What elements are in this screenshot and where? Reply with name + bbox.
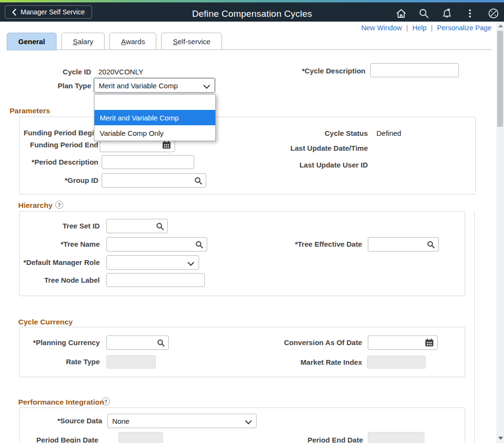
dropdown-option-variable-comp-only[interactable]: Variable Comp Only [94, 125, 215, 141]
rate-type-label: Rate Type [10, 358, 100, 366]
dropdown-option-blank[interactable] [94, 95, 215, 110]
group-id-label: *Group ID [10, 176, 98, 184]
tree-set-id-input[interactable] [106, 219, 168, 233]
tree-effective-date-label: *Tree Effective Date [249, 240, 362, 248]
plan-type-dropdown: Merit and Variable Comp Variable Comp On… [94, 94, 216, 141]
period-begin-date-input-disabled [118, 432, 163, 443]
chevron-down-icon [245, 418, 252, 424]
conversion-as-of-date-label: Conversion As Of Date [249, 338, 362, 347]
planning-currency-label: *Planning Currency [10, 338, 100, 347]
cycle-description-label: *Cycle Description [269, 67, 365, 75]
market-rate-index-label: Market Rate Index [249, 358, 362, 366]
plan-type-label: Plan Type [10, 82, 91, 90]
tree-node-label-label: Tree Node Label [10, 276, 100, 284]
link-separator: | [431, 24, 433, 32]
last-update-datetime-label: Last Update Date/Time [249, 144, 368, 152]
scrollbar-up-arrow[interactable] [498, 24, 503, 27]
tree-set-id-label: Tree Set ID [10, 222, 100, 230]
lookup-icon[interactable] [427, 240, 435, 251]
navbar-button[interactable] [486, 6, 501, 21]
conversion-as-of-date-input[interactable] [368, 335, 438, 350]
planning-currency-input[interactable] [106, 335, 169, 350]
home-icon [395, 8, 407, 19]
market-rate-index-input-disabled [367, 356, 426, 369]
new-window-link[interactable]: New Window [361, 24, 402, 32]
cycle-currency-groupbox [19, 327, 465, 377]
scrollbar-thumb[interactable] [497, 31, 503, 127]
tree-node-label-input[interactable] [106, 273, 205, 287]
more-options-button[interactable] [462, 6, 478, 21]
tab-general[interactable]: General [7, 33, 57, 50]
page: Manager Self Service Define Compensation… [0, 0, 504, 443]
calendar-icon[interactable] [425, 338, 434, 349]
plan-type-selected-value: Merit and Variable Comp [99, 82, 178, 90]
group-id-input[interactable] [102, 173, 206, 188]
notifications-bell-icon [441, 7, 453, 20]
notifications-button[interactable] [439, 6, 455, 21]
cycle-id-label: Cycle ID [10, 68, 91, 76]
cycle-status-label: Cycle Status [249, 129, 368, 137]
help-icon[interactable]: ? [102, 397, 110, 406]
help-icon[interactable]: ? [55, 201, 63, 209]
cycle-currency-heading: Cycle Currency [18, 318, 73, 326]
rate-type-input-disabled [106, 355, 156, 369]
last-update-user-label: Last Update User ID [249, 161, 368, 169]
content-right-border [474, 211, 475, 443]
funding-period-end-label: Funding Period End [10, 141, 98, 149]
default-manager-role-label: *Default Manager Role [10, 258, 100, 266]
personalize-page-link[interactable]: Personalize Page [437, 24, 492, 32]
hierarchy-heading: Hierarchy [18, 201, 53, 210]
tree-name-label: *Tree Name [10, 240, 100, 248]
home-button[interactable] [393, 6, 409, 21]
calendar-icon[interactable] [162, 141, 171, 151]
default-manager-role-select[interactable] [106, 255, 199, 270]
chevron-down-icon [203, 82, 210, 89]
tree-effective-date-input[interactable] [368, 237, 439, 251]
performance-integration-heading: Performance Integration [18, 398, 104, 407]
lookup-icon[interactable] [195, 240, 203, 251]
link-separator: | [406, 24, 408, 32]
cycle-description-input[interactable] [370, 63, 459, 77]
tab-self-service[interactable]: Self-service [161, 33, 222, 50]
tab-salary[interactable]: Salary [61, 33, 105, 50]
parameters-heading: Parameters [10, 107, 50, 115]
funding-period-begin-label: Funding Period Begin [10, 129, 98, 137]
tab-awards[interactable]: Awards [109, 33, 156, 50]
search-button[interactable] [416, 6, 432, 21]
period-begin-date-label: Period Begin Date [10, 436, 98, 443]
period-description-label: *Period Description [10, 158, 98, 166]
tree-name-input[interactable] [106, 237, 207, 251]
lookup-icon[interactable] [194, 177, 202, 187]
source-data-select[interactable]: None [107, 414, 257, 428]
cycle-id-value: 2020VCONLY [98, 68, 143, 76]
period-end-date-label: Period End Date [249, 436, 363, 443]
source-data-value: None [112, 417, 129, 425]
navbar-compass-icon [487, 7, 500, 20]
global-header: Manager Self Service Define Compensation… [0, 2, 504, 22]
period-end-date-input-disabled [368, 432, 424, 443]
lookup-icon[interactable] [156, 222, 164, 232]
search-icon [418, 8, 430, 19]
cycle-status-value: Defined [376, 129, 401, 137]
source-data-label: *Source Data [10, 417, 102, 425]
tab-bar: General Salary Awards Self-service [7, 33, 222, 50]
period-description-input[interactable] [102, 155, 194, 169]
page-action-links: New Window | Help | Personalize Page [269, 24, 492, 32]
more-options-icon [464, 8, 476, 19]
dropdown-option-merit-and-variable-comp[interactable]: Merit and Variable Comp [94, 110, 215, 125]
lookup-icon[interactable] [157, 339, 165, 349]
chevron-down-icon [188, 259, 194, 266]
scrollbar-down-arrow[interactable] [498, 437, 503, 440]
plan-type-select[interactable]: Merit and Variable Comp [94, 78, 215, 93]
help-link[interactable]: Help [412, 24, 427, 32]
